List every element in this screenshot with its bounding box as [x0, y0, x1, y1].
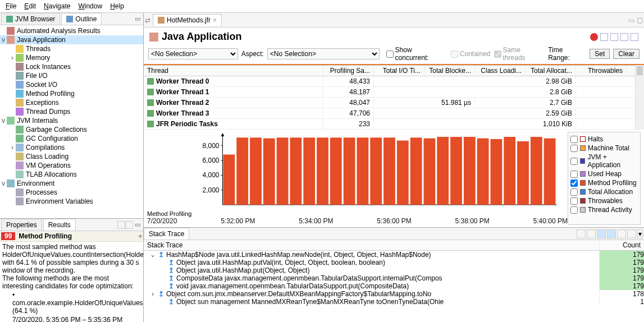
contained-checkbox[interactable]: Contained	[451, 50, 491, 58]
col-throwables[interactable]: Throwables	[576, 66, 627, 76]
minimize-icon[interactable]: ▭	[628, 16, 634, 24]
stack-row[interactable]: ↥Object sun management MannedMXReanTyne$…	[144, 298, 644, 306]
aspect-select[interactable]: <No Selection>	[267, 48, 380, 59]
stack-row[interactable]: ›↥Object com.sun.jmx.mbeanserver.Default…	[144, 290, 644, 298]
stack-row[interactable]: ↥void javax.management.openmbean.Tabular…	[144, 282, 644, 290]
editor-tabs: ⇄ HotMethods.jfr × ▭ ▢	[144, 13, 644, 27]
clear-button[interactable]: Clear	[613, 49, 640, 59]
tree-class-loading[interactable]: Class Loading	[0, 152, 143, 161]
info-icon[interactable]	[590, 33, 598, 41]
stack-row[interactable]: ↥Object java.util.HashMap.putVal(int, Ob…	[144, 259, 644, 266]
tree-thread-dumps[interactable]: Thread Dumps	[0, 107, 143, 116]
view-icon[interactable]	[620, 33, 628, 41]
toolbar-icon[interactable]	[117, 221, 125, 229]
col-profiling[interactable]: Profiling Sa...	[323, 66, 374, 76]
menu-navigate[interactable]: Navigate	[40, 1, 74, 11]
set-button[interactable]: Set	[590, 49, 610, 59]
tree-tlab[interactable]: TLAB Allocations	[0, 170, 143, 179]
table-row[interactable]: Worker Thread 0 48,4332.98 GiB	[144, 76, 635, 87]
legend-item[interactable]: Method Profiling	[570, 178, 638, 187]
tab-properties[interactable]: Properties	[1, 219, 42, 231]
legend-item[interactable]: Thread Activity	[570, 205, 638, 214]
editor-tab[interactable]: HotMethods.jfr ×	[153, 14, 222, 26]
legend-item[interactable]: Machine Total	[570, 144, 638, 153]
tree-processes[interactable]: Processes	[0, 188, 143, 197]
tab-outline[interactable]: Outline	[61, 13, 102, 25]
stack-tool-icon[interactable]	[607, 229, 616, 238]
minimize-icon[interactable]: ▭	[133, 15, 142, 22]
col-alloc[interactable]: Total Allocat...	[526, 66, 576, 76]
view-icon[interactable]	[600, 33, 608, 41]
legend-item[interactable]: Total Allocation	[570, 187, 638, 196]
tree-gc-config[interactable]: GC Configuration	[0, 134, 143, 143]
show-concurrent-checkbox[interactable]: Show concurrent:	[386, 46, 447, 62]
menu-window[interactable]: Window	[75, 1, 106, 11]
tab-jvm-browser[interactable]: JVM Browser	[1, 13, 60, 25]
svg-rect-22	[383, 137, 395, 205]
view-icon[interactable]	[631, 33, 638, 41]
legend-item[interactable]: Halts	[570, 135, 638, 144]
tree-vm-operations[interactable]: VM Operations	[0, 161, 143, 170]
chart-canvas[interactable]: 2,0004,0006,0008,000	[147, 132, 568, 210]
menu-help[interactable]: Help	[107, 1, 127, 11]
java-icon	[7, 36, 15, 44]
tree-compilations[interactable]: ›Compilations	[0, 143, 143, 152]
menu-file[interactable]: FFileile	[2, 1, 20, 11]
stack-tool-icon[interactable]	[577, 229, 586, 238]
stack-tool-dropdown[interactable]: ▾	[637, 229, 643, 238]
col-blocked[interactable]: Total Blocke...	[424, 66, 475, 76]
same-threads-checkbox[interactable]: Same threads	[494, 46, 545, 62]
thread-icon	[147, 99, 154, 106]
stack-row[interactable]: ↥Object java.util.HashMap.put(Object, Ob…	[144, 266, 644, 274]
stack-tool-icon[interactable]	[627, 229, 636, 238]
chevron-down-icon[interactable]: ▾	[139, 232, 142, 240]
table-row[interactable]: Worker Thread 3 47,7062.59 GiB	[144, 108, 635, 119]
tree-java-application[interactable]: vJava Application	[0, 35, 143, 44]
stack-tool-icon[interactable]	[617, 229, 626, 238]
stack-row[interactable]: ↥CompositeData javax.management.openmbea…	[144, 274, 644, 282]
toolbar-icon[interactable]	[125, 221, 133, 229]
tree-memory[interactable]: ›Memory	[0, 53, 143, 62]
tree-file-io[interactable]: File I/O	[0, 71, 143, 80]
legend-item[interactable]: Used Heap	[570, 169, 638, 178]
table-row[interactable]: JFR Periodic Tasks 2331,010 KiB	[144, 119, 635, 130]
tree-automated-analysis[interactable]: Automated Analysis Results	[0, 26, 143, 35]
col-thread[interactable]: Thread	[144, 66, 323, 76]
legend-item[interactable]: Throwables	[570, 196, 638, 205]
result-text: The most sampled method was HolderOfUniq…	[2, 243, 141, 274]
svg-rect-31	[504, 137, 515, 205]
java-icon	[149, 33, 158, 42]
tree-env-vars[interactable]: Environment Variables	[0, 197, 143, 206]
col-classload[interactable]: Class Loadi...	[475, 66, 526, 76]
tree-method-profiling[interactable]: Method Profiling	[0, 89, 143, 98]
tree-exceptions[interactable]: Exceptions	[0, 98, 143, 107]
tree-threads[interactable]: Threads	[0, 44, 143, 53]
stack-trace-pane: Stack Trace ▾ Stack Trace Count ⌄↥HashMa…	[144, 227, 644, 322]
col-io[interactable]: Total I/O Ti...	[374, 66, 424, 76]
tree-socket-io[interactable]: Socket I/O	[0, 80, 143, 89]
tree-environment[interactable]: vEnvironment	[0, 179, 143, 188]
link-icon[interactable]: ⇄	[145, 16, 150, 24]
thread-filter-select[interactable]: <No Selection>	[148, 48, 238, 59]
close-icon[interactable]: ×	[213, 16, 217, 24]
thread-icon	[147, 78, 154, 85]
stack-tool-icon[interactable]	[587, 229, 596, 238]
col-stack-trace[interactable]: Stack Trace	[144, 240, 599, 250]
tree-lock-instances[interactable]: Lock Instances	[0, 62, 143, 71]
view-icon[interactable]	[610, 33, 618, 41]
stack-row[interactable]: ⌄↥HashMap$Node java.util.LinkedHashMap.n…	[144, 251, 644, 259]
maximize-icon[interactable]: ▢	[637, 16, 643, 24]
col-count[interactable]: Count	[599, 240, 644, 250]
table-row[interactable]: Worker Thread 2 48,04751.981 µs2.7 GiB	[144, 98, 635, 108]
menu-edit[interactable]: Edit	[21, 1, 39, 11]
arrow-up-icon: ↥	[168, 282, 174, 290]
tab-results[interactable]: Results	[43, 219, 76, 231]
tree-jvm-internals[interactable]: vJVM Internals	[0, 116, 143, 125]
minimize-icon[interactable]: ▭	[133, 221, 142, 228]
tree-gc[interactable]: Garbage Collections	[0, 125, 143, 134]
stack-tool-icon[interactable]	[597, 229, 606, 238]
legend-item[interactable]: JVM + Application	[570, 153, 638, 169]
tab-stack-trace[interactable]: Stack Trace	[144, 228, 189, 240]
table-row[interactable]: Worker Thread 1 48,1872.8 GiB	[144, 87, 635, 98]
scrollbar[interactable]	[635, 65, 644, 130]
